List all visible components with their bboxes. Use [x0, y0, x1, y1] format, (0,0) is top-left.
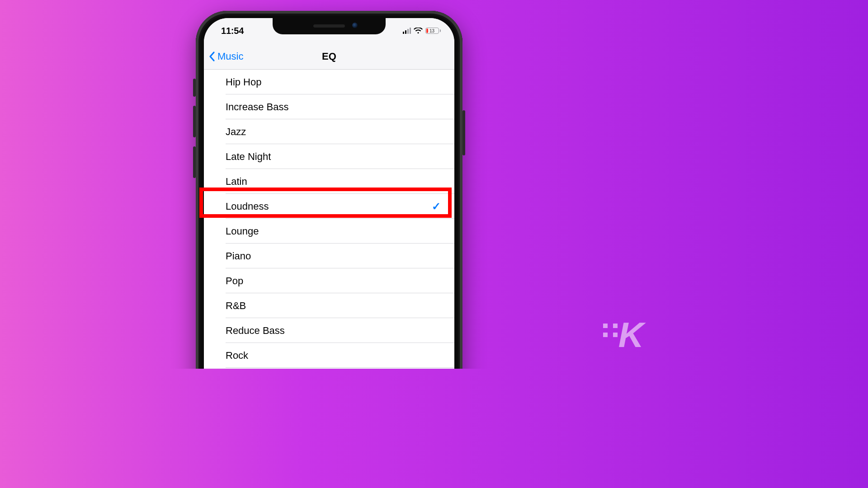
volume-up-button [193, 106, 196, 137]
eq-option-label: Jazz [226, 126, 246, 138]
eq-option[interactable]: Pop [204, 268, 454, 293]
chevron-left-icon [208, 51, 216, 62]
screen: 11:54 13 [204, 18, 454, 369]
eq-option-label: Rock [226, 350, 248, 361]
status-time: 11:54 [221, 26, 244, 36]
back-button[interactable]: Music [208, 51, 243, 62]
mute-switch [193, 79, 196, 97]
eq-option-label: Loudness [226, 201, 269, 212]
eq-option[interactable]: Latin [204, 169, 454, 194]
battery-icon: 13 [425, 28, 441, 34]
back-label: Music [217, 51, 243, 62]
eq-option[interactable]: Rock [204, 343, 454, 368]
eq-option-label: Pop [226, 275, 243, 287]
eq-option-label: Hip Hop [226, 76, 261, 88]
watermark-dots-icon [603, 324, 618, 337]
phone-frame: 11:54 13 [196, 11, 462, 369]
power-button [462, 110, 465, 155]
notch [273, 18, 386, 34]
eq-option[interactable]: Lounge [204, 219, 454, 244]
eq-option[interactable]: Loudness✓ [204, 194, 454, 219]
eq-option[interactable]: Piano [204, 244, 454, 268]
cellular-signal-icon [403, 28, 411, 34]
eq-list[interactable]: Hip HopIncrease BassJazzLate NightLatinL… [204, 70, 454, 368]
eq-option-label: Lounge [226, 225, 259, 237]
eq-option[interactable]: Late Night [204, 144, 454, 169]
eq-option-label: Late Night [226, 151, 271, 163]
eq-option[interactable]: Jazz [204, 119, 454, 144]
eq-option-label: Increase Bass [226, 101, 288, 113]
eq-option-label: R&B [226, 300, 246, 312]
eq-option[interactable]: Reduce Bass [204, 318, 454, 343]
eq-option[interactable]: Increase Bass [204, 94, 454, 119]
wifi-icon [414, 28, 423, 34]
battery-percent: 13 [426, 28, 439, 33]
watermark-text: K [618, 315, 642, 355]
eq-option-label: Latin [226, 176, 247, 188]
front-camera [352, 23, 358, 28]
checkmark-icon: ✓ [432, 200, 441, 213]
eq-option-label: Reduce Bass [226, 325, 285, 337]
eq-option[interactable]: R&B [204, 293, 454, 318]
eq-option-label: Piano [226, 250, 251, 262]
volume-down-button [193, 146, 196, 178]
watermark: K [618, 321, 642, 349]
status-right: 13 [403, 28, 441, 34]
eq-option[interactable]: Hip Hop [204, 70, 454, 94]
nav-bar: Music EQ [204, 43, 454, 70]
